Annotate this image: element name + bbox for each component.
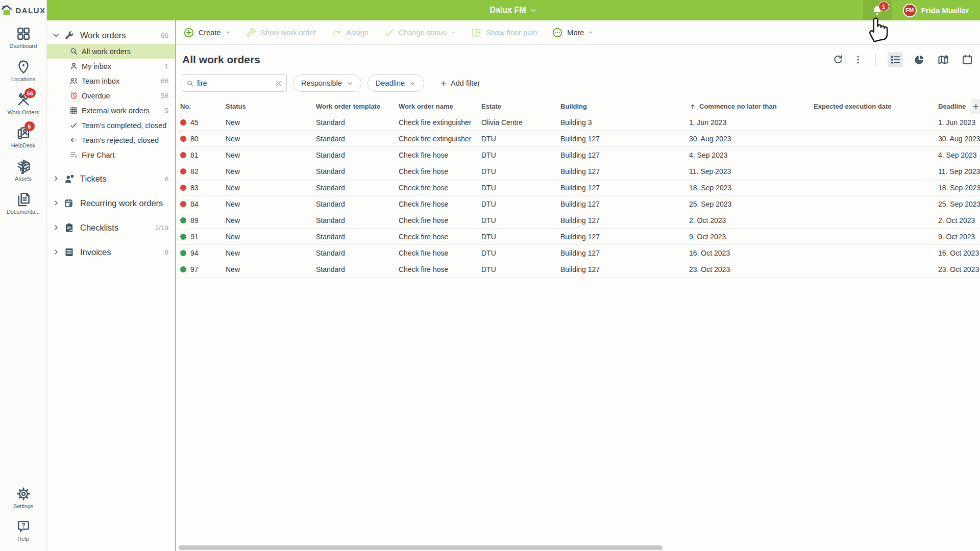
- cell-status: New: [226, 216, 316, 224]
- table-row[interactable]: 45 New Standard Check fire extinguisher …: [177, 114, 980, 131]
- table-row[interactable]: 82 New Standard Check fire hose DTU Buil…: [177, 163, 980, 180]
- deadline-filter[interactable]: Deadline: [368, 74, 424, 92]
- cell-deadline: 18. Sep 2023: [938, 184, 980, 192]
- column-header-commence[interactable]: Commence no later than: [689, 103, 814, 110]
- add-column-button[interactable]: [971, 99, 980, 114]
- chevron-down-icon: [347, 80, 353, 87]
- cell-commence: 9. Oct 2023: [689, 233, 814, 241]
- column-header-expected[interactable]: Expected execution date: [814, 103, 938, 110]
- assign-arrow-icon: [331, 27, 342, 38]
- chevron-right-icon[interactable]: [52, 223, 60, 232]
- title-row: All work orders: [177, 45, 980, 74]
- sidebar-item-external-work-orders[interactable]: External work orders 5: [47, 103, 175, 118]
- sidebar-item-team-inbox[interactable]: Team inbox 66: [47, 73, 175, 88]
- sidebar-section-tickets[interactable]: Tickets 6: [47, 166, 175, 191]
- table-row[interactable]: 83 New Standard Check fire hose DTU Buil…: [177, 180, 980, 196]
- rail-item-assets[interactable]: Assets: [0, 158, 46, 184]
- column-header-name[interactable]: Work order name: [399, 103, 481, 110]
- horizontal-scrollbar[interactable]: [177, 544, 980, 551]
- create-button[interactable]: Create: [183, 27, 231, 38]
- rail-item-helpdesk[interactable]: 6 HelpDesk: [0, 125, 46, 151]
- table-row[interactable]: 97 New Standard Check fire hose DTU Buil…: [177, 261, 980, 278]
- cell-no: 84: [190, 200, 199, 208]
- table-row[interactable]: 89 New Standard Check fire hose DTU Buil…: [177, 212, 980, 229]
- rail-item-locations[interactable]: Locations: [0, 59, 46, 84]
- assign-button[interactable]: Assign: [331, 27, 369, 38]
- sidebar-item-my-inbox[interactable]: My inbox 1: [47, 59, 175, 73]
- sidebar-section-work-orders[interactable]: Work orders 66: [47, 28, 175, 43]
- rail-item-help[interactable]: ? Help: [0, 518, 46, 544]
- helpdesk-badge: 6: [24, 121, 35, 131]
- scrollbar-thumb[interactable]: [179, 545, 663, 550]
- sidebar-item-fire-chart[interactable]: A Fire Chart: [47, 147, 175, 162]
- responsible-filter[interactable]: Responsible: [293, 74, 361, 92]
- chevron-right-icon[interactable]: [52, 199, 60, 207]
- cell-estate: Olivia Centre: [481, 118, 560, 127]
- table-header: No. Status Work order template Work orde…: [177, 99, 980, 114]
- calendar-view-button[interactable]: [960, 52, 975, 67]
- column-header-building[interactable]: Building: [560, 103, 689, 110]
- sidebar-item-overdue[interactable]: Overdue 58: [47, 88, 175, 103]
- sidebar-section-checklists[interactable]: Checklists 2/19: [47, 215, 175, 240]
- rail-item-settings[interactable]: Settings: [0, 486, 46, 511]
- rail-item-work-orders[interactable]: 66 Work Orders: [0, 92, 46, 117]
- main-content: Create Show work order Assign Change s: [177, 20, 980, 551]
- dalux-logo[interactable]: DALUX: [0, 0, 46, 20]
- sidebar-item-all-work-orders[interactable]: All work orders: [47, 44, 175, 59]
- cell-building: Building 127: [560, 265, 689, 273]
- cell-commence: 1. Jun 2023: [689, 118, 814, 127]
- workspace-switcher[interactable]: Dalux FM: [489, 6, 537, 15]
- cell-deadline: 11. Sep 2023: [938, 167, 980, 176]
- column-header-template[interactable]: Work order template: [316, 103, 399, 110]
- divider: [875, 53, 876, 66]
- kebab-menu-icon[interactable]: [852, 54, 864, 65]
- cell-no: 82: [190, 167, 199, 176]
- show-floor-plan-button[interactable]: Show floor plan: [471, 27, 537, 38]
- column-header-status[interactable]: Status: [226, 103, 316, 110]
- caret-down-icon: [225, 30, 231, 35]
- column-header-estate[interactable]: Estate: [481, 103, 560, 110]
- recurring-calendar-icon: [64, 198, 75, 209]
- show-work-order-button[interactable]: Show work order: [246, 27, 316, 38]
- sidebar-section-recurring-work-orders[interactable]: Recurring work orders: [47, 191, 175, 215]
- sidebar-item-teams-completed-closed[interactable]: Team's completed, closed: [47, 118, 175, 133]
- status-dot: [180, 266, 186, 272]
- cell-template: Standard: [316, 184, 399, 192]
- rail-item-documentation[interactable]: Documenta...: [0, 191, 46, 217]
- pie-chart-view-button[interactable]: [912, 52, 927, 67]
- sidebar-section-invoices[interactable]: Invoices 8: [47, 240, 175, 264]
- chevron-right-icon[interactable]: [52, 248, 60, 256]
- column-header-no[interactable]: No.: [177, 103, 226, 110]
- change-status-button[interactable]: Change status: [383, 27, 456, 38]
- helpdesk-icon: 6: [15, 125, 32, 141]
- cell-name: Check fire extinguisher: [399, 118, 481, 127]
- table-row[interactable]: 94 New Standard Check fire hose DTU Buil…: [177, 245, 980, 261]
- table-row[interactable]: 80 New Standard Check fire extinguisher …: [177, 131, 980, 147]
- notifications-button[interactable]: 1: [863, 0, 892, 20]
- rail-item-dashboard[interactable]: Dashboard: [0, 26, 46, 51]
- work-orders-icon: 66: [15, 92, 32, 108]
- search-input[interactable]: [197, 79, 272, 87]
- refresh-icon[interactable]: [832, 54, 844, 65]
- more-button[interactable]: More: [552, 27, 594, 38]
- wrench-icon: [246, 27, 257, 38]
- chevron-down-icon[interactable]: [52, 31, 60, 39]
- clear-search-icon[interactable]: [275, 80, 282, 87]
- table-row[interactable]: 84 New Standard Check fire hose DTU Buil…: [177, 196, 980, 212]
- cell-deadline: 2. Oct 2023: [938, 216, 980, 224]
- chevron-right-icon[interactable]: [52, 174, 60, 183]
- table-row[interactable]: 91 New Standard Check fire hose DTU Buil…: [177, 229, 980, 245]
- logo-text: DALUX: [15, 6, 45, 15]
- user-menu[interactable]: FM Frida Mueller: [903, 4, 969, 17]
- map-view-button[interactable]: [936, 52, 951, 67]
- list-view-button[interactable]: [888, 52, 903, 67]
- sidebar-item-teams-rejected-closed[interactable]: Team's rejected, closed: [47, 133, 175, 147]
- sort-ascending-icon: [689, 103, 696, 110]
- dashboard-icon: [15, 26, 32, 42]
- cell-estate: DTU: [481, 265, 560, 273]
- table-row[interactable]: 81 New Standard Check fire hose DTU Buil…: [177, 147, 980, 163]
- add-filter-button[interactable]: Add filter: [440, 79, 480, 87]
- table-body: 45 New Standard Check fire extinguisher …: [177, 114, 980, 278]
- search-box: [182, 74, 287, 92]
- person-icon: [69, 62, 78, 70]
